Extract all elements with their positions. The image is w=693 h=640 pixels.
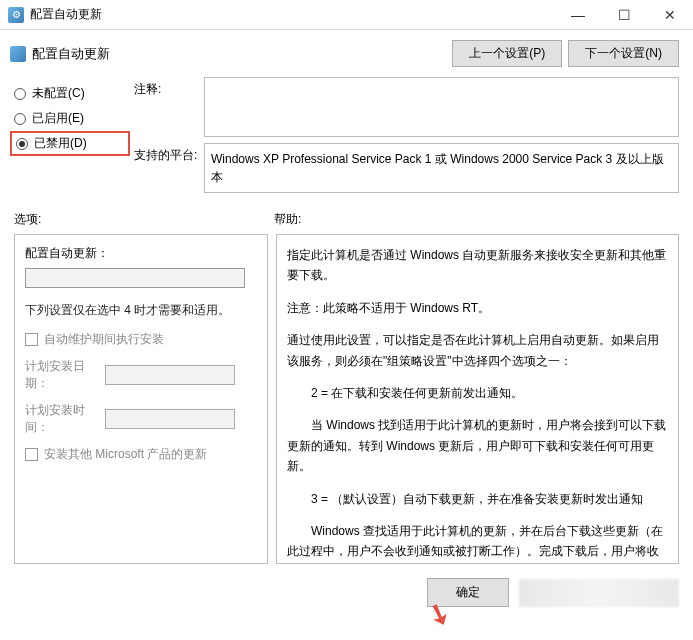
help-panel[interactable]: 指定此计算机是否通过 Windows 自动更新服务来接收安全更新和其他重要下载。…	[276, 234, 679, 564]
prev-setting-button[interactable]: 上一个设置(P)	[452, 40, 562, 67]
radio-icon	[14, 113, 26, 125]
radio-group: 未配置(C) 已启用(E) 已禁用(D)	[14, 77, 134, 199]
window-title: 配置自动更新	[30, 6, 555, 23]
checkbox-label: 安装其他 Microsoft 产品的更新	[44, 446, 207, 463]
help-text: 通过使用此设置，可以指定是否在此计算机上启用自动更新。如果启用该服务，则必须在"…	[287, 330, 668, 371]
options-note: 下列设置仅在选中 4 时才需要和适用。	[25, 302, 257, 319]
other-products-checkbox-row[interactable]: 安装其他 Microsoft 产品的更新	[25, 446, 257, 463]
app-icon: ⚙	[8, 7, 24, 23]
radio-label: 已禁用(D)	[34, 135, 87, 152]
fields-column: 注释: 支持的平台: Windows XP Professional Servi…	[134, 77, 679, 199]
checkbox-icon	[25, 448, 38, 461]
titlebar: ⚙ 配置自动更新 — ☐ ✕	[0, 0, 693, 30]
schedule-time-dropdown[interactable]	[105, 409, 235, 429]
radio-enabled[interactable]: 已启用(E)	[14, 106, 134, 131]
radio-icon	[16, 138, 28, 150]
schedule-date-field: 计划安装日期：	[25, 358, 257, 392]
policy-icon	[10, 46, 26, 62]
maintenance-checkbox-row[interactable]: 自动维护期间执行安装	[25, 331, 257, 348]
radio-disabled[interactable]: 已禁用(D)	[10, 131, 130, 156]
schedule-date-label: 计划安装日期：	[25, 358, 105, 392]
update-mode-dropdown[interactable]	[25, 268, 245, 288]
help-text: 指定此计算机是否通过 Windows 自动更新服务来接收安全更新和其他重要下载。	[287, 245, 668, 286]
schedule-time-field: 计划安装时间：	[25, 402, 257, 436]
blurred-buttons	[519, 579, 679, 607]
checkbox-icon	[25, 333, 38, 346]
help-text: Windows 查找适用于此计算机的更新，并在后台下载这些更新（在此过程中，用户…	[287, 521, 668, 564]
ok-button[interactable]: 确定	[427, 578, 509, 607]
footer: 确定	[0, 570, 693, 615]
next-setting-button[interactable]: 下一个设置(N)	[568, 40, 679, 67]
close-button[interactable]: ✕	[647, 0, 693, 30]
maximize-button[interactable]: ☐	[601, 0, 647, 30]
radio-label: 已启用(E)	[32, 110, 84, 127]
schedule-date-dropdown[interactable]	[105, 365, 235, 385]
section-labels: 选项: 帮助:	[0, 203, 693, 228]
options-panel: 配置自动更新： 下列设置仅在选中 4 时才需要和适用。 自动维护期间执行安装 计…	[14, 234, 268, 564]
panels: 配置自动更新： 下列设置仅在选中 4 时才需要和适用。 自动维护期间执行安装 计…	[0, 228, 693, 570]
help-text: 2 = 在下载和安装任何更新前发出通知。	[287, 383, 668, 403]
help-text: 当 Windows 找到适用于此计算机的更新时，用户将会接到可以下载更新的通知。…	[287, 415, 668, 476]
platform-label: 支持的平台:	[134, 143, 204, 193]
platform-value: Windows XP Professional Service Pack 1 或…	[204, 143, 679, 193]
help-text: 3 = （默认设置）自动下载更新，并在准备安装更新时发出通知	[287, 489, 668, 509]
radio-icon	[14, 88, 26, 100]
schedule-time-label: 计划安装时间：	[25, 402, 105, 436]
help-label: 帮助:	[274, 211, 301, 228]
help-text: 注意：此策略不适用于 Windows RT。	[287, 298, 668, 318]
options-title: 配置自动更新：	[25, 245, 257, 262]
radio-not-configured[interactable]: 未配置(C)	[14, 81, 134, 106]
options-label: 选项:	[14, 211, 274, 228]
comment-label: 注释:	[134, 77, 204, 137]
subheader: 配置自动更新 上一个设置(P) 下一个设置(N)	[0, 30, 693, 73]
radio-label: 未配置(C)	[32, 85, 85, 102]
checkbox-label: 自动维护期间执行安装	[44, 331, 164, 348]
policy-title: 配置自动更新	[32, 45, 446, 63]
comment-input[interactable]	[204, 77, 679, 137]
minimize-button[interactable]: —	[555, 0, 601, 30]
config-area: 未配置(C) 已启用(E) 已禁用(D) 注释: 支持的平台: Windows …	[0, 73, 693, 203]
